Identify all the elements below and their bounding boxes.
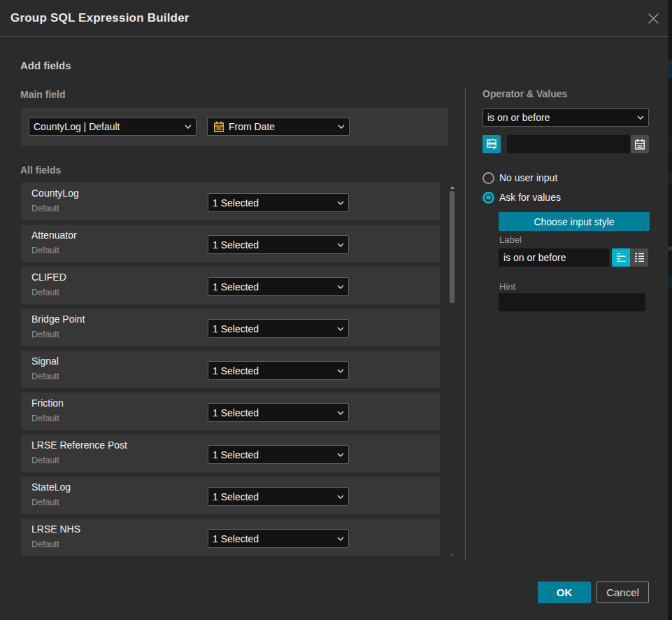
chevron-down-icon — [637, 115, 644, 120]
main-field-label: Main field — [20, 89, 66, 100]
backdrop-mark — [668, 136, 672, 151]
choose-input-style-button[interactable]: Choose input style — [499, 212, 650, 231]
field-row: CLIFED Default 1 Selected — [21, 267, 440, 304]
hint-input[interactable] — [499, 293, 645, 311]
field-name: CountyLog — [31, 188, 79, 199]
scrollbar-thumb[interactable] — [450, 191, 455, 303]
unique-values-button[interactable] — [482, 135, 501, 153]
field-selection-value: 1 Selected — [208, 449, 259, 460]
field-selection-select[interactable]: 1 Selected — [208, 487, 349, 506]
list-icon — [634, 253, 645, 262]
field-name: CLIFED — [31, 272, 66, 283]
chevron-down-icon — [337, 327, 344, 331]
panel-separator — [465, 87, 466, 561]
field-selection-value: 1 Selected — [208, 407, 259, 418]
field-selection-value: 1 Selected — [208, 365, 259, 376]
backdrop-mark — [668, 246, 672, 251]
operator-values-heading: Operator & Values — [482, 88, 567, 99]
field-sublabel: Default — [31, 329, 59, 340]
chevron-down-icon — [337, 285, 344, 289]
field-name: Signal — [31, 355, 59, 367]
operator-select-value: is on or before — [483, 112, 550, 123]
close-button[interactable] — [648, 13, 659, 24]
list-style-button[interactable] — [630, 248, 648, 267]
chevron-down-icon — [337, 201, 344, 205]
field-selection-select[interactable]: 1 Selected — [208, 403, 349, 422]
field-name: LRSE Reference Post — [31, 439, 127, 451]
backdrop-mark — [668, 59, 672, 78]
field-selection-value: 1 Selected — [208, 491, 259, 502]
field-sublabel: Default — [31, 497, 59, 508]
field-row: LRSE Reference Post Default 1 Selected — [21, 435, 440, 472]
operator-select[interactable]: is on or before — [482, 108, 649, 127]
field-selection-select[interactable]: 1 Selected — [208, 277, 349, 296]
hint-field-label: Hint — [499, 281, 515, 292]
field-row: Bridge Point Default 1 Selected — [21, 309, 440, 346]
all-fields-label: All fields — [20, 164, 61, 176]
field-name: StateLog — [31, 481, 71, 493]
backdrop-mark — [668, 276, 672, 288]
unique-values-icon — [486, 139, 497, 150]
field-selection-select[interactable]: 1 Selected — [208, 445, 349, 464]
align-left-icon — [616, 253, 627, 262]
input-style-toggle — [612, 248, 648, 267]
main-layer-select-value: CountyLog | Default — [29, 121, 120, 132]
radio-no-user-input-label: No user input — [499, 172, 557, 183]
field-name: Bridge Point — [31, 313, 85, 325]
field-selection-select[interactable]: 1 Selected — [208, 529, 349, 548]
dialog-header: Group SQL Expression Builder — [0, 0, 668, 37]
field-sublabel: Default — [31, 287, 59, 298]
radio-ask-for-values-label: Ask for values — [499, 192, 561, 203]
field-selection-select[interactable]: 1 Selected — [208, 193, 349, 212]
group-sql-expression-builder-dialog: Group SQL Expression Builder Add fields … — [0, 0, 668, 620]
field-name: Attenuator — [31, 230, 77, 241]
field-selection-value: 1 Selected — [208, 281, 259, 293]
date-calendar-icon — [213, 121, 224, 132]
radio-off-icon — [482, 172, 494, 184]
label-input[interactable]: is on or before — [499, 248, 609, 267]
scrollbar-up-arrow[interactable] — [450, 186, 455, 189]
field-sublabel: Default — [31, 539, 59, 550]
chevron-down-icon — [185, 125, 192, 129]
single-value-style-button[interactable] — [612, 248, 630, 267]
field-sublabel: Default — [31, 455, 59, 466]
chevron-down-icon — [337, 495, 344, 499]
radio-no-user-input[interactable]: No user input — [482, 171, 557, 184]
field-sublabel: Default — [31, 413, 59, 424]
ok-button[interactable]: OK — [538, 582, 591, 603]
field-selection-value: 1 Selected — [208, 323, 259, 334]
main-field-container: CountyLog | Default From Date — [21, 108, 448, 146]
date-picker-button[interactable] — [631, 135, 649, 153]
field-sublabel: Default — [31, 245, 59, 256]
close-icon — [648, 13, 659, 24]
chevron-down-icon — [337, 411, 344, 415]
radio-on-icon — [482, 192, 494, 204]
dialog-title: Group SQL Expression Builder — [10, 11, 190, 25]
field-sublabel: Default — [31, 371, 59, 382]
field-selection-select[interactable]: 1 Selected — [208, 319, 349, 338]
label-input-text: is on or before — [499, 252, 566, 263]
field-selection-select[interactable]: 1 Selected — [208, 235, 349, 254]
chevron-down-icon — [337, 369, 344, 373]
chevron-down-icon — [337, 453, 344, 457]
calendar-icon — [634, 139, 645, 150]
field-selection-value: 1 Selected — [208, 239, 259, 251]
label-field-label: Label — [499, 234, 522, 245]
scrollbar-down-arrow[interactable] — [450, 554, 455, 557]
field-sublabel: Default — [31, 203, 59, 214]
field-row: LRSE NHS Default 1 Selected — [21, 519, 440, 556]
field-name: LRSE NHS — [31, 523, 80, 535]
value-input[interactable] — [507, 135, 630, 153]
chevron-down-icon — [337, 243, 344, 247]
add-fields-heading: Add fields — [20, 59, 71, 71]
radio-ask-for-values[interactable]: Ask for values — [482, 191, 561, 204]
field-row: Attenuator Default 1 Selected — [21, 225, 440, 262]
main-field-select[interactable]: From Date — [207, 118, 350, 136]
field-row: StateLog Default 1 Selected — [21, 477, 440, 514]
main-layer-select[interactable]: CountyLog | Default — [29, 118, 196, 136]
field-selection-select[interactable]: 1 Selected — [208, 361, 349, 380]
chevron-down-icon — [338, 125, 345, 129]
chevron-down-icon — [337, 537, 344, 541]
backdrop-mark — [668, 171, 672, 183]
cancel-button[interactable]: Cancel — [596, 582, 649, 603]
